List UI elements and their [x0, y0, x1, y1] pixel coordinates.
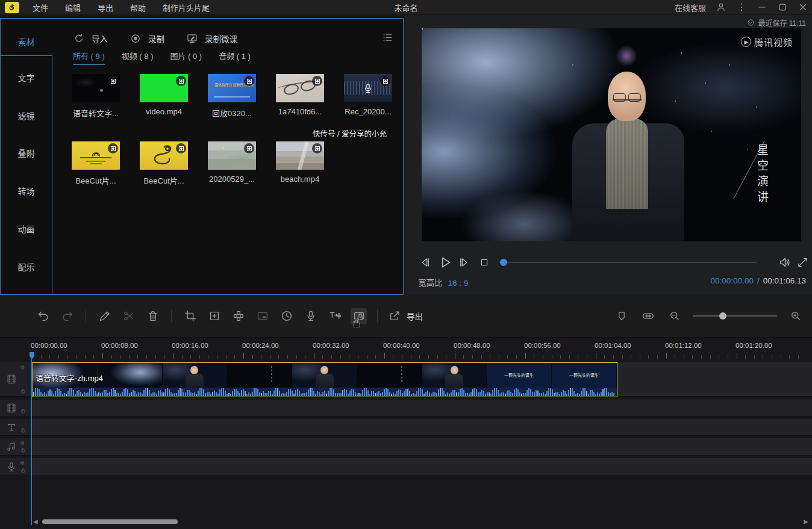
volume-button[interactable] — [778, 256, 792, 270]
track-voice[interactable] — [0, 457, 812, 476]
maximize-button[interactable] — [777, 2, 788, 13]
media-thumbnail[interactable]: 强化执行力 创新行为动效 — [208, 74, 256, 102]
prev-frame-button[interactable] — [418, 256, 431, 269]
media-tab-1[interactable]: 视频 ( 8 ) — [122, 50, 154, 65]
lock-icon[interactable] — [20, 427, 27, 433]
media-thumbnail[interactable] — [140, 141, 188, 170]
media-thumbnail[interactable] — [208, 141, 256, 170]
scale-frame-button[interactable] — [206, 308, 222, 324]
media-action-screen-record[interactable]: 录制微课 — [186, 32, 237, 45]
speaker-icon[interactable] — [20, 440, 27, 447]
sidebar-item-0[interactable]: 素材 — [1, 36, 52, 48]
media-tab-3[interactable]: 音频 ( 1 ) — [219, 50, 251, 65]
media-item-8[interactable]: beach.mp4 — [276, 141, 324, 184]
delete-trash-button[interactable] — [145, 308, 161, 324]
zoom-slider-knob[interactable] — [719, 312, 726, 320]
menu-item-1[interactable]: 编辑 — [65, 2, 81, 13]
add-to-track-badge-icon[interactable] — [244, 76, 254, 86]
media-item-5[interactable]: BeeCut片... — [72, 141, 120, 186]
menu-item-3[interactable]: 帮助 — [130, 2, 146, 13]
zoom-out-button[interactable] — [666, 308, 682, 324]
export-button[interactable]: 导出 — [388, 309, 423, 323]
cut-scissors-button[interactable] — [120, 308, 137, 324]
media-thumbnail[interactable] — [344, 74, 392, 102]
close-button[interactable] — [798, 2, 808, 13]
next-frame-button[interactable] — [458, 256, 471, 269]
speaker-icon[interactable] — [20, 460, 27, 466]
sidebar-item-6[interactable]: 配乐 — [1, 261, 52, 273]
media-thumbnail[interactable] — [140, 74, 188, 102]
edit-pencil-button[interactable] — [96, 308, 113, 324]
media-thumbnail[interactable] — [72, 74, 120, 102]
track-text[interactable] — [0, 418, 812, 436]
speaker-icon[interactable] — [20, 364, 27, 371]
add-to-track-badge-icon[interactable] — [312, 143, 322, 153]
timeline-horizontal-scrollbar[interactable]: ◀ ▶ — [0, 516, 812, 528]
sidebar-item-3[interactable]: 叠附 — [1, 147, 52, 159]
kebab-menu-icon[interactable] — [736, 2, 747, 13]
media-thumbnail[interactable] — [276, 74, 324, 102]
scroll-left-arrow-icon[interactable]: ◀ — [33, 518, 38, 525]
list-view-icon[interactable] — [382, 32, 393, 43]
undo-button[interactable] — [35, 308, 51, 324]
media-thumbnail[interactable] — [72, 141, 120, 170]
lock-icon[interactable] — [20, 447, 27, 453]
add-to-track-badge-icon[interactable] — [176, 143, 186, 153]
media-item-3[interactable]: 1a7410fd6... — [276, 74, 324, 116]
media-item-1[interactable]: video.mp4 — [140, 74, 188, 116]
media-tab-2[interactable]: 图片 ( 0 ) — [170, 50, 202, 65]
add-to-track-badge-icon[interactable] — [312, 76, 322, 86]
add-to-track-badge-icon[interactable] — [108, 143, 118, 153]
app-logo-bee-icon[interactable] — [5, 2, 19, 13]
account-person-icon[interactable] — [716, 2, 726, 13]
media-item-2[interactable]: 强化执行力 创新行为动效回放0320... — [208, 74, 256, 119]
minimize-button[interactable] — [757, 2, 767, 13]
menu-item-0[interactable]: 文件 — [33, 2, 48, 13]
menu-item-2[interactable]: 导出 — [98, 2, 113, 13]
sidebar-item-4[interactable]: 转场 — [1, 185, 52, 197]
duration-clock-button[interactable] — [278, 308, 295, 324]
media-item-7[interactable]: 20200529_... — [208, 141, 256, 184]
progress-knob[interactable] — [500, 259, 507, 266]
aspect-ratio-value[interactable]: 16 : 9 — [448, 279, 469, 288]
lock-icon[interactable] — [20, 467, 27, 474]
video-preview[interactable]: ▶ 腾讯视频 星空演讲 — [422, 28, 801, 241]
track-video-2[interactable] — [0, 399, 812, 416]
scroll-right-arrow-icon[interactable]: ▶ — [804, 518, 808, 525]
add-to-track-badge-icon[interactable] — [380, 76, 390, 86]
media-item-4[interactable]: Rec_20200... — [344, 74, 392, 116]
playback-progress-slider[interactable] — [499, 262, 757, 263]
timeline-zoom-slider[interactable] — [693, 315, 777, 317]
fullscreen-button[interactable] — [796, 256, 809, 269]
stop-button[interactable] — [478, 256, 490, 268]
timeline-ruler[interactable]: 00:00:00.0000:00:08.0000:00:16.0000:00:2… — [0, 338, 812, 359]
fit-to-timeline-button[interactable] — [640, 308, 656, 324]
timeline-clip[interactable]: 一颗光头的诞生一颗光头的诞生语音转文字-zh.mp4 — [32, 362, 617, 397]
lock-icon[interactable] — [20, 388, 27, 394]
sidebar-item-1[interactable]: 文字 — [1, 72, 52, 84]
scrollbar-thumb[interactable] — [42, 519, 178, 524]
sidebar-item-2[interactable]: 滤镜 — [1, 110, 52, 122]
add-to-track-badge-icon[interactable] — [176, 76, 186, 86]
sidebar-item-5[interactable]: 动画 — [1, 223, 52, 235]
marker-flag-button[interactable] — [613, 308, 629, 324]
add-to-track-badge-icon[interactable] — [108, 76, 118, 86]
media-action-record[interactable]: 录制 — [130, 32, 164, 45]
track-video-1[interactable]: 一颗光头的诞生一颗光头的诞生语音转文字-zh.mp4 — [0, 362, 812, 397]
lock-icon[interactable] — [20, 407, 27, 414]
track-music[interactable] — [0, 438, 812, 456]
crop-button[interactable] — [182, 308, 198, 324]
mosaic-button[interactable] — [230, 308, 246, 324]
text-to-speech-button[interactable] — [326, 308, 343, 324]
voiceover-mic-button[interactable] — [302, 308, 319, 324]
media-action-import[interactable]: 导入 — [73, 32, 108, 45]
media-item-6[interactable]: BeeCut片... — [140, 141, 188, 186]
play-button[interactable] — [437, 255, 453, 270]
add-to-track-badge-icon[interactable] — [244, 143, 254, 153]
pip-button[interactable] — [254, 308, 270, 324]
redo-button[interactable] — [59, 308, 75, 324]
online-support-link[interactable]: 在线客服 — [675, 2, 706, 13]
media-item-0[interactable]: 语音转文字... — [72, 74, 120, 119]
zoom-in-button[interactable] — [787, 308, 804, 324]
media-tab-0[interactable]: 所有 ( 9 ) — [73, 50, 105, 65]
